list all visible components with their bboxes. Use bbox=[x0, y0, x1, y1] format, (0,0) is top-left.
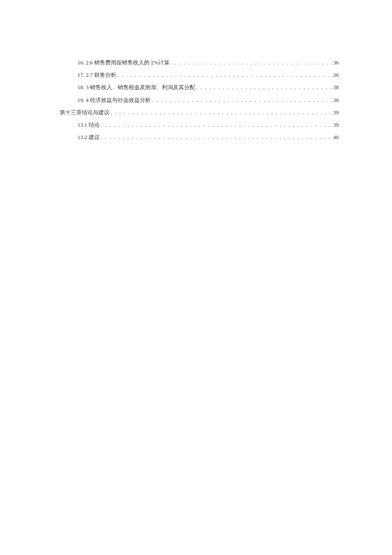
toc-leader-dots bbox=[100, 121, 333, 129]
toc-entry: 17. 2.7 财务分析 36 bbox=[60, 71, 339, 79]
toc-entry-page: 36 bbox=[333, 59, 339, 67]
toc-leader-dots bbox=[116, 71, 333, 79]
toc-entry-page: 40 bbox=[333, 134, 339, 141]
toc-entry-page: 38 bbox=[333, 84, 339, 91]
toc-leader-dots bbox=[170, 59, 333, 67]
toc-entry-text: 13.2 建议 bbox=[78, 134, 100, 141]
toc-entry-page: 39 bbox=[333, 109, 339, 116]
toc-entry-text: 17. 2.7 财务分析 bbox=[78, 71, 116, 79]
toc-entry-text: 19. 4 经济效益与社会效益分析 bbox=[78, 96, 151, 104]
toc-leader-dots bbox=[100, 134, 333, 141]
toc-entry-text: 18. 3 销售收入、销售税金及附加、利润及其分配 bbox=[78, 84, 195, 91]
toc-entry-text: 13.1 结论 bbox=[78, 121, 100, 129]
toc-entry-text: 16. 2.6 销售费用按销售收入的 2%计算 bbox=[78, 59, 170, 67]
toc-entry: 19. 4 经济效益与社会效益分析 38 bbox=[60, 96, 339, 104]
toc-entry-page: 39 bbox=[333, 121, 339, 129]
toc-leader-dots bbox=[110, 109, 333, 116]
toc-entry-page: 36 bbox=[333, 71, 339, 79]
toc-chapter-entry: 第十三章结论与建议 39 bbox=[60, 109, 339, 116]
toc-entry: 16. 2.6 销售费用按销售收入的 2%计算 36 bbox=[60, 59, 339, 67]
toc-leader-dots bbox=[195, 84, 333, 91]
toc-entry-text: 第十三章结论与建议 bbox=[60, 109, 110, 116]
toc-entry: 18. 3 销售收入、销售税金及附加、利润及其分配 38 bbox=[60, 84, 339, 91]
toc-entry-page: 38 bbox=[333, 96, 339, 104]
toc-entry: 13.2 建议 40 bbox=[60, 134, 339, 141]
toc-entry: 13.1 结论 39 bbox=[60, 121, 339, 129]
toc-leader-dots bbox=[151, 96, 333, 104]
toc-container: 16. 2.6 销售费用按销售收入的 2%计算 36 17. 2.7 财务分析 … bbox=[60, 59, 339, 146]
